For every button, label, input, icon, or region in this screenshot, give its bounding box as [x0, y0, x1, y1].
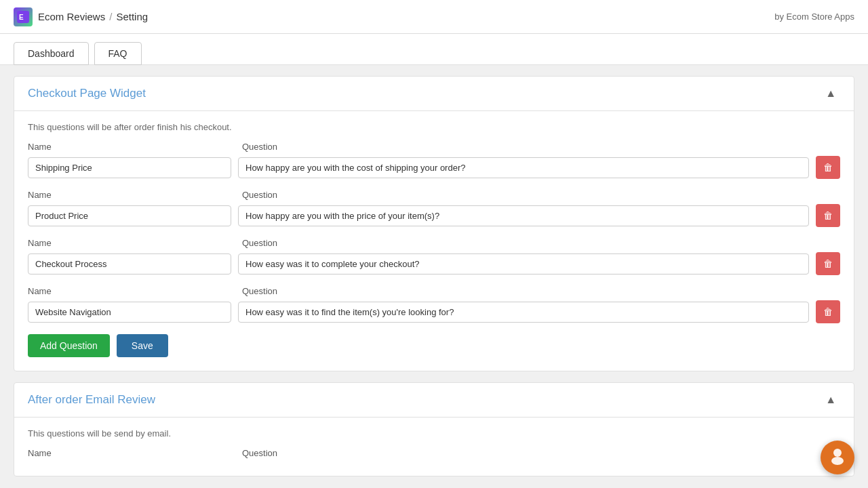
name-label-2: Name: [28, 190, 231, 200]
svg-point-3: [831, 457, 844, 465]
question-row-2: Name Question 🗑: [28, 190, 840, 227]
checkout-section-body: This questions will be after order finis…: [14, 111, 854, 371]
breadcrumb: Ecom Reviews / Setting: [38, 11, 148, 22]
trash-icon-2: 🗑: [823, 210, 833, 221]
name-label-4: Name: [28, 286, 231, 296]
name-input-2[interactable]: [28, 205, 231, 226]
tab-dashboard[interactable]: Dashboard: [14, 42, 89, 65]
email-section-header: After order Email Review ▲: [14, 383, 854, 418]
svg-point-2: [833, 449, 842, 457]
email-name-label: Name: [28, 448, 231, 458]
name-input-1[interactable]: [28, 157, 231, 178]
question-label-3: Question: [242, 238, 840, 248]
svg-text:E: E: [19, 14, 24, 21]
delete-button-4[interactable]: 🗑: [816, 300, 840, 323]
checkout-description: This questions will be after order finis…: [28, 122, 840, 132]
email-section-body: This questions will be send by email. Na…: [14, 418, 854, 476]
header-left: E Ecom Reviews / Setting: [14, 7, 148, 26]
name-input-4[interactable]: [28, 302, 231, 323]
action-buttons: Add Question Save: [28, 334, 840, 357]
question-row-4: Name Question 🗑: [28, 286, 840, 323]
question-row-1: Name Question 🗑: [28, 142, 840, 179]
checkout-section-header: Checkout Page Widget ▲: [14, 77, 854, 111]
tab-faq[interactable]: FAQ: [94, 42, 142, 65]
field-labels-3: Name Question: [28, 238, 840, 248]
question-label-2: Question: [242, 190, 840, 200]
field-inputs-1: 🗑: [28, 156, 840, 179]
trash-icon-1: 🗑: [823, 162, 833, 173]
field-labels-4: Name Question: [28, 286, 840, 296]
save-button[interactable]: Save: [117, 334, 168, 357]
header-by-label: by Ecom Store Apps: [774, 12, 854, 22]
field-labels-2: Name Question: [28, 190, 840, 200]
email-section-title: After order Email Review: [28, 393, 155, 407]
email-section: After order Email Review ▲ This question…: [14, 382, 854, 476]
question-input-2[interactable]: [238, 205, 809, 226]
main-content: Checkout Page Widget ▲ This questions wi…: [0, 65, 868, 487]
app-title: Ecom Reviews: [38, 11, 105, 22]
field-inputs-3: 🗑: [28, 252, 840, 275]
name-input-3[interactable]: [28, 253, 231, 274]
support-bubble[interactable]: [821, 441, 854, 474]
trash-icon-4: 🗑: [823, 306, 833, 317]
question-row-3: Name Question 🗑: [28, 238, 840, 275]
field-inputs-4: 🗑: [28, 300, 840, 323]
email-field-labels: Name Question: [28, 448, 840, 458]
checkout-section-title: Checkout Page Widget: [28, 87, 146, 100]
email-question-label: Question: [242, 448, 840, 458]
add-question-button[interactable]: Add Question: [28, 334, 110, 357]
current-page: Setting: [116, 11, 148, 22]
question-input-1[interactable]: [238, 157, 809, 178]
email-description: This questions will be send by email.: [28, 428, 840, 439]
header: E Ecom Reviews / Setting by Ecom Store A…: [0, 0, 868, 34]
question-input-4[interactable]: [238, 302, 809, 323]
question-label-4: Question: [242, 286, 840, 296]
field-inputs-2: 🗑: [28, 204, 840, 227]
question-input-3[interactable]: [238, 253, 809, 274]
checkout-section: Checkout Page Widget ▲ This questions wi…: [14, 76, 854, 371]
field-labels-1: Name Question: [28, 142, 840, 152]
breadcrumb-separator: /: [109, 11, 112, 22]
delete-button-3[interactable]: 🗑: [816, 252, 840, 275]
delete-button-1[interactable]: 🗑: [816, 156, 840, 179]
nav-bar: Dashboard FAQ: [0, 34, 868, 65]
name-label-3: Name: [28, 238, 231, 248]
email-collapse-button[interactable]: ▲: [821, 392, 840, 407]
question-label-1: Question: [242, 142, 840, 152]
trash-icon-3: 🗑: [823, 258, 833, 269]
support-icon: [828, 446, 847, 469]
delete-button-2[interactable]: 🗑: [816, 204, 840, 227]
app-icon: E: [14, 7, 33, 26]
name-label-1: Name: [28, 142, 231, 152]
checkout-collapse-button[interactable]: ▲: [821, 86, 840, 101]
